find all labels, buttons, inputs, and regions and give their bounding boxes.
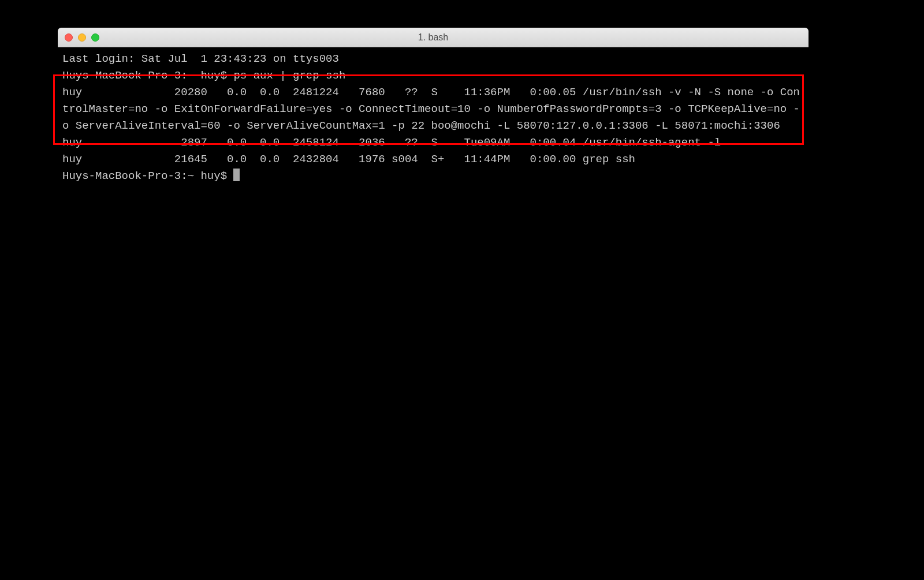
terminal-body[interactable]: Last login: Sat Jul 1 23:43:23 on ttys00…	[58, 47, 808, 526]
maximize-icon[interactable]	[91, 33, 99, 42]
close-icon[interactable]	[65, 33, 73, 42]
terminal-output-line: huy 21645 0.0 0.0 2432804 1976 s004 S+ 1…	[62, 151, 804, 168]
title-bar[interactable]: 1. bash	[58, 28, 808, 47]
terminal-prompt-line: Huys-MacBook-Pro-3:~ huy$	[62, 168, 804, 185]
terminal-prompt: Huys-MacBook-Pro-3:~ huy$	[62, 170, 233, 182]
terminal-output-highlighted: huy 20280 0.0 0.0 2481224 7680 ?? S 11:3…	[62, 84, 804, 134]
terminal-command-line: Huys-MacBook-Pro-3:~ huy$ ps aux | grep …	[62, 68, 804, 84]
window-title: 1. bash	[418, 32, 448, 43]
cursor-icon	[233, 169, 240, 181]
terminal-output-line: Last login: Sat Jul 1 23:43:23 on ttys00…	[62, 51, 804, 68]
terminal-window: 1. bash Last login: Sat Jul 1 23:43:23 o…	[58, 28, 808, 526]
terminal-output-line: huy 2897 0.0 0.0 2458124 2036 ?? S Tue09…	[62, 134, 804, 151]
minimize-icon[interactable]	[78, 33, 86, 42]
traffic-lights	[65, 33, 99, 42]
